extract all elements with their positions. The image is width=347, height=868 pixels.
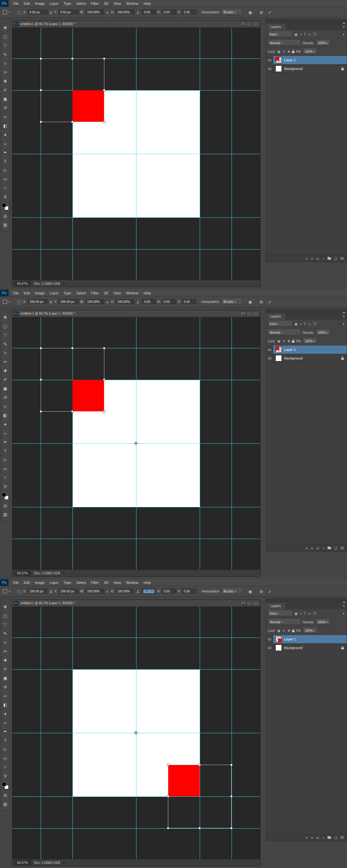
warp-mode-toggle[interactable]: ▦: [248, 589, 252, 594]
transform-handle-se[interactable]: [103, 410, 105, 412]
foreground-color-swatch[interactable]: [2, 203, 6, 207]
restore-button[interactable]: ❐: [247, 22, 252, 26]
cancel-transform-button[interactable]: ⊘: [258, 299, 265, 305]
crop-tool[interactable]: ⌗: [1, 59, 9, 68]
zoom-level-field[interactable]: 66.67%: [14, 860, 31, 865]
layer1-name[interactable]: Layer 1: [284, 58, 296, 62]
move-tool[interactable]: ✥: [1, 602, 9, 612]
foreground-color-swatch[interactable]: [2, 782, 6, 786]
layer1-name[interactable]: Layer 1: [284, 348, 296, 351]
rectangular-marquee-tool[interactable]: ▢: [1, 32, 9, 41]
new-layer-icon[interactable]: ❏: [334, 836, 337, 839]
visibility-eye-icon[interactable]: ⊙: [267, 638, 271, 641]
horizontal-guide[interactable]: [12, 539, 260, 539]
horizontal-skew-field[interactable]: 0.00: [162, 299, 176, 305]
minimize-button[interactable]: ▁: [240, 601, 246, 605]
filter-smart-icon[interactable]: ❐: [313, 33, 316, 36]
filter-toggle-switch[interactable]: [340, 612, 345, 615]
document-title-bar[interactable]: Ps Untitled-1 @ 66.7% (Layer 1, RGB/8) *…: [12, 600, 260, 607]
crop-tool[interactable]: ⌗: [1, 349, 9, 358]
brush-tool[interactable]: ✐: [1, 665, 9, 674]
transform-bounding-box[interactable]: [168, 765, 232, 828]
link-dimensions-icon[interactable]: ∞: [106, 299, 109, 305]
vertical-skew-field[interactable]: 0.00: [182, 299, 196, 305]
hand-tool[interactable]: ☞: [1, 184, 9, 193]
visibility-eye-icon[interactable]: ⊙: [267, 59, 271, 62]
panel-menu-icon[interactable]: ≡: [341, 313, 347, 320]
transform-handle-se[interactable]: [103, 121, 105, 123]
menu-help[interactable]: Help: [141, 289, 154, 297]
reference-point-locator[interactable]: [17, 10, 22, 14]
commit-transform-button[interactable]: ✓: [266, 589, 273, 594]
layer-style-icon[interactable]: fx: [311, 257, 313, 260]
transform-handle-e[interactable]: [230, 795, 232, 798]
document-title-bar[interactable]: Ps Untitled-1 @ 66.7% (Layer 1, RGB/8) *…: [12, 310, 260, 317]
transform-handle-w[interactable]: [167, 795, 169, 798]
lock-paint-icon[interactable]: ✐: [282, 629, 285, 632]
menu-file[interactable]: File: [10, 579, 21, 586]
filter-kind-select[interactable]: Kind ▾: [268, 321, 293, 327]
clone-stamp-tool[interactable]: ▣: [1, 95, 9, 103]
rotation-field[interactable]: 0.00: [142, 299, 156, 305]
filter-shape-icon[interactable]: ▭: [308, 33, 311, 36]
hand-tool[interactable]: ☞: [1, 763, 9, 772]
move-tool[interactable]: ✥: [1, 24, 9, 32]
background-name[interactable]: Background: [284, 356, 303, 360]
lasso-tool[interactable]: ➰: [1, 41, 9, 50]
warp-mode-toggle[interactable]: ▦: [248, 9, 252, 15]
reference-point-locator[interactable]: [17, 589, 22, 594]
transform-handle-nw[interactable]: [40, 58, 42, 60]
link-dimensions-icon[interactable]: ∞: [106, 589, 109, 594]
menu-image[interactable]: Image: [32, 579, 48, 586]
transform-handle-ne[interactable]: [103, 58, 105, 60]
transform-handle-sw[interactable]: [40, 410, 42, 412]
background-thumbnail[interactable]: [276, 645, 282, 651]
transform-tool-icon[interactable]: ▾: [2, 10, 11, 14]
menu-select[interactable]: Select: [74, 289, 89, 297]
crop-tool[interactable]: ⌗: [1, 638, 9, 647]
background-name[interactable]: Background: [284, 646, 303, 650]
layer-row-layer1[interactable]: ⊙ Layer 1: [266, 56, 347, 64]
blur-tool[interactable]: ●: [1, 709, 9, 718]
layer-mask-icon[interactable]: ◎: [316, 257, 319, 260]
height-field[interactable]: 100.00%: [116, 589, 134, 594]
transform-handle-e[interactable]: [103, 89, 105, 91]
layer-row-background[interactable]: ⊙ Background: [266, 354, 347, 363]
filter-toggle-switch[interactable]: [340, 322, 345, 326]
menu-3d[interactable]: 3D: [102, 0, 111, 7]
x-position-field[interactable]: 299.00 px: [28, 299, 48, 305]
filter-adjustment-icon[interactable]: ◑: [299, 322, 302, 326]
dodge-tool[interactable]: ◒: [1, 718, 9, 727]
color-swatches[interactable]: [2, 493, 8, 500]
lock-position-icon[interactable]: ✥: [287, 339, 290, 343]
layer-row-background[interactable]: ⊙ Background: [266, 644, 347, 652]
menu-help[interactable]: Help: [141, 579, 154, 586]
menu-type[interactable]: Type: [61, 0, 74, 7]
layer-mask-icon[interactable]: ◎: [316, 836, 319, 839]
y-position-field[interactable]: 299.00 px: [59, 589, 79, 594]
transform-handle-n[interactable]: [71, 58, 74, 60]
type-tool[interactable]: T: [1, 446, 9, 456]
lock-position-icon[interactable]: ✥: [287, 50, 290, 53]
transform-handle-n[interactable]: [199, 764, 201, 766]
vertical-skew-field[interactable]: 0.00: [182, 9, 196, 15]
minimize-button[interactable]: ▁: [240, 311, 246, 316]
background-thumbnail[interactable]: [276, 65, 282, 72]
lasso-tool[interactable]: ➰: [1, 331, 9, 340]
new-layer-icon[interactable]: ❏: [334, 546, 337, 550]
close-button[interactable]: ✕: [253, 22, 259, 26]
blur-tool[interactable]: ●: [1, 420, 9, 429]
filter-shape-icon[interactable]: ▭: [308, 612, 311, 615]
link-layers-icon[interactable]: ∞: [306, 257, 308, 260]
transform-handle-sw[interactable]: [40, 121, 42, 123]
filter-adjustment-icon[interactable]: ◑: [299, 612, 302, 615]
filter-shape-icon[interactable]: ▭: [308, 322, 311, 326]
filter-toggle-switch[interactable]: [340, 33, 345, 36]
lock-all-icon[interactable]: [292, 630, 294, 632]
blend-mode-select[interactable]: Normal ▾: [268, 40, 301, 46]
history-brush-tool[interactable]: ↺: [1, 393, 9, 402]
eraser-tool[interactable]: ▱: [1, 402, 9, 411]
toolbar-grip[interactable]: [1, 311, 9, 312]
gradient-tool[interactable]: ◧: [1, 701, 9, 709]
transform-reference-point[interactable]: [134, 731, 138, 735]
